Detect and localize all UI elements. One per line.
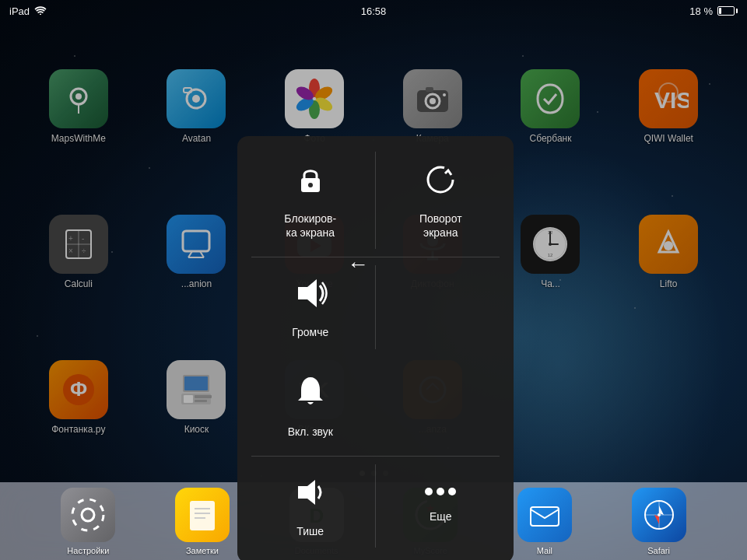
status-bar: iPad 16:58 18 % xyxy=(0,0,747,22)
context-menu: Блокиров-ка экрана Поворотэкрана Громче xyxy=(237,136,514,560)
svg-point-53 xyxy=(308,183,313,187)
volume-down-icon xyxy=(292,474,329,516)
rotate-icon xyxy=(422,161,459,204)
status-left: iPad xyxy=(9,5,47,17)
menu-more-label: Еще xyxy=(430,509,452,523)
volume-up-icon xyxy=(292,275,329,317)
svg-marker-55 xyxy=(298,279,317,307)
menu-lock-screen[interactable]: Блокиров-ка экрана xyxy=(245,144,376,257)
dock-safari[interactable]: Safari xyxy=(632,488,686,555)
svg-point-73 xyxy=(658,513,661,516)
dock-safari-label: Safari xyxy=(647,546,670,555)
menu-sound-on[interactable]: Вкл. звук xyxy=(245,357,376,456)
svg-marker-72 xyxy=(654,515,659,524)
svg-point-57 xyxy=(82,509,94,521)
dock-notes[interactable]: Заметки xyxy=(175,488,230,555)
dock-settings-label: Настройки xyxy=(67,546,109,555)
menu-quieter[interactable]: Тише xyxy=(245,457,376,555)
menu-v-divider-2 xyxy=(375,265,376,348)
svg-point-58 xyxy=(72,499,103,530)
menu-rotate-label: Поворотэкрана xyxy=(419,212,462,240)
menu-sound-on-label: Вкл. звук xyxy=(288,425,333,439)
battery-percent: 18 % xyxy=(689,5,713,17)
back-arrow-center: ← xyxy=(347,252,369,277)
status-center: 16:58 xyxy=(361,4,387,18)
dock-mail-label: Mail xyxy=(537,546,552,555)
dock-settings[interactable]: Настройки xyxy=(61,488,115,555)
battery-icon xyxy=(717,6,738,16)
time-display: 16:58 xyxy=(361,5,387,17)
dock-mail[interactable]: Mail xyxy=(517,488,572,555)
svg-marker-56 xyxy=(298,480,315,505)
svg-point-0 xyxy=(40,13,41,15)
menu-back-area xyxy=(376,257,507,356)
svg-rect-67 xyxy=(531,507,559,526)
status-right: 18 % xyxy=(689,5,738,17)
svg-marker-71 xyxy=(659,506,664,515)
wifi-icon xyxy=(34,5,47,17)
menu-rotate[interactable]: Поворотэкрана xyxy=(376,144,507,257)
menu-louder-label: Громче xyxy=(292,325,328,339)
dots-icon xyxy=(425,488,456,495)
lock-icon xyxy=(292,161,329,204)
device-label: iPad xyxy=(9,5,30,17)
svg-rect-59 xyxy=(190,501,215,530)
dock-notes-label: Заметки xyxy=(186,546,219,555)
menu-quieter-label: Тише xyxy=(296,524,324,538)
bell-icon xyxy=(292,374,329,417)
menu-lock-label: Блокиров-ка экрана xyxy=(284,212,336,240)
menu-more[interactable]: Еще xyxy=(376,457,507,555)
